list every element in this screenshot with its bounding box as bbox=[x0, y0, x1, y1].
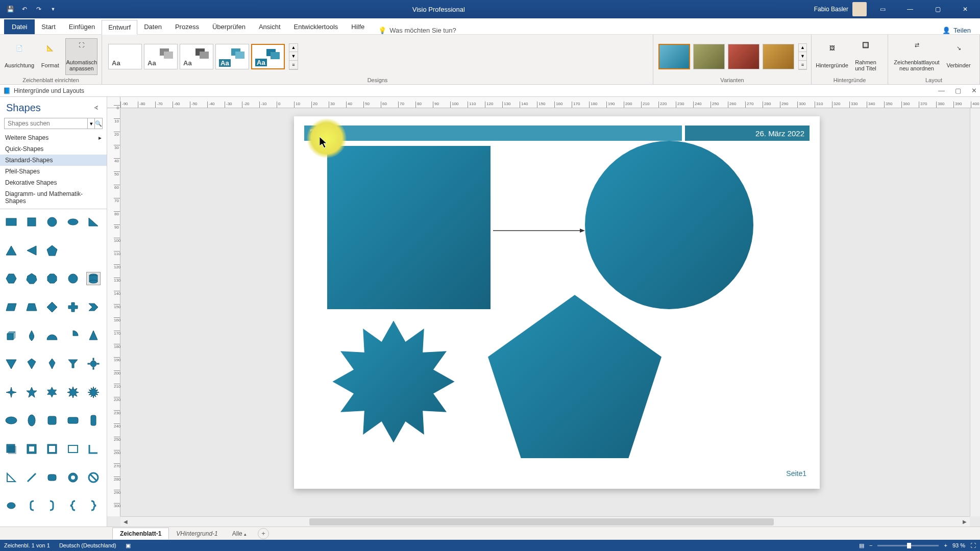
design-gallery-scroll[interactable]: ▲▼≡ bbox=[289, 43, 298, 70]
shape-cylinder[interactable] bbox=[86, 272, 101, 285]
more-shapes[interactable]: Weitere Shapes▸ bbox=[0, 132, 107, 143]
connectors-button[interactable]: ↘Verbinder bbox=[942, 38, 975, 75]
variant-gallery-scroll[interactable]: ▲▼≡ bbox=[798, 43, 807, 70]
macro-record-icon[interactable]: ▣ bbox=[126, 542, 131, 549]
scroll-thumb[interactable] bbox=[309, 518, 774, 525]
shape-pentagon[interactable] bbox=[45, 244, 59, 257]
horizontal-scrollbar[interactable]: ◀ ▶ bbox=[120, 516, 970, 527]
design-theme-5-selected[interactable]: Aa bbox=[251, 44, 285, 69]
shape-gear[interactable] bbox=[86, 357, 101, 370]
zoom-level[interactable]: 93 % bbox=[952, 542, 965, 548]
drawing-page[interactable]: Titel 26. März 2022 bbox=[294, 116, 820, 489]
shape-hexagon[interactable] bbox=[4, 272, 18, 285]
page-tab-1[interactable]: Zeichenblatt-1 bbox=[112, 528, 169, 539]
design-theme-1[interactable]: Aa bbox=[108, 44, 142, 69]
vertical-scrollbar[interactable] bbox=[970, 108, 980, 516]
stencil-quick[interactable]: Quick-Shapes bbox=[0, 143, 107, 155]
shape-rounded-rect[interactable] bbox=[66, 414, 80, 427]
shape-octagon[interactable] bbox=[45, 272, 59, 285]
shape-triangle-left[interactable] bbox=[24, 244, 39, 257]
stencil-diagram-math[interactable]: Diagramm- und Mathematik-Shapes bbox=[0, 188, 107, 207]
shape-rounded-square[interactable] bbox=[45, 414, 59, 427]
shape-brace-right[interactable] bbox=[86, 499, 101, 512]
autofit-button[interactable]: ⛶Automatisch anpassen bbox=[65, 38, 97, 75]
shape-decagon[interactable] bbox=[66, 272, 80, 285]
design-theme-3[interactable]: Aa bbox=[180, 44, 213, 69]
search-icon[interactable]: 🔍 bbox=[94, 118, 102, 129]
shape-heptagon[interactable] bbox=[24, 272, 39, 285]
minimize-button[interactable]: — bbox=[898, 0, 922, 18]
shape-parallelogram[interactable] bbox=[4, 300, 18, 314]
shape-cross[interactable] bbox=[66, 300, 80, 314]
tab-design[interactable]: Entwurf bbox=[102, 20, 137, 35]
page-tab-all[interactable]: Alle ▴ bbox=[225, 528, 254, 539]
add-page-button[interactable]: + bbox=[258, 528, 269, 539]
shape-triangle-down[interactable] bbox=[4, 357, 18, 370]
shape-ellipse[interactable] bbox=[66, 215, 80, 229]
shape-bracket-right[interactable] bbox=[45, 499, 59, 512]
ribbon-options-icon[interactable]: ▭ bbox=[871, 0, 894, 18]
shape-cube[interactable] bbox=[4, 329, 18, 342]
close-button[interactable]: ✕ bbox=[953, 0, 977, 18]
canvas-arrow-connector[interactable] bbox=[493, 228, 585, 228]
shape-pie[interactable] bbox=[66, 329, 80, 342]
subwin-close[interactable]: ✕ bbox=[971, 87, 977, 94]
shape-star4[interactable] bbox=[4, 386, 18, 399]
shape-corner[interactable] bbox=[86, 442, 101, 456]
subwin-minimize[interactable]: — bbox=[938, 87, 945, 94]
page-tab-background[interactable]: VHintergrund-1 bbox=[169, 528, 225, 539]
variant-2[interactable] bbox=[693, 44, 725, 69]
variant-4[interactable] bbox=[763, 44, 794, 69]
undo-icon[interactable]: ↶ bbox=[20, 5, 29, 13]
backgrounds-button[interactable]: 🖼Hintergründe bbox=[816, 38, 848, 75]
scroll-right-icon[interactable]: ▶ bbox=[960, 519, 970, 524]
zoom-out-icon[interactable]: − bbox=[869, 542, 872, 548]
subwin-maximize[interactable]: ▢ bbox=[955, 87, 961, 94]
shape-square[interactable] bbox=[24, 215, 39, 229]
design-theme-4[interactable]: Aa bbox=[215, 44, 249, 69]
shape-oval-tall[interactable] bbox=[24, 414, 39, 427]
shape-l-shape[interactable] bbox=[4, 471, 18, 484]
title-block[interactable]: Titel 26. März 2022 bbox=[304, 126, 810, 141]
stencil-decorative[interactable]: Dekorative Shapes bbox=[0, 177, 107, 188]
canvas-pentagon[interactable] bbox=[488, 295, 662, 458]
shape-arc[interactable] bbox=[45, 329, 59, 342]
canvas-starburst[interactable] bbox=[327, 315, 460, 448]
shape-donut[interactable] bbox=[66, 471, 80, 484]
user-avatar[interactable] bbox=[852, 2, 867, 16]
shape-star8[interactable] bbox=[66, 386, 80, 399]
shape-triangle[interactable] bbox=[4, 244, 18, 257]
shape-outline-rect[interactable] bbox=[66, 442, 80, 456]
shape-right-triangle[interactable] bbox=[86, 215, 101, 229]
qat-dropdown-icon[interactable]: ▼ bbox=[49, 5, 57, 13]
shape-circle[interactable] bbox=[45, 215, 59, 229]
format-button[interactable]: 📐Format bbox=[36, 38, 64, 75]
relayout-button[interactable]: ⇄Zeichenblattlayout neu anordnen bbox=[892, 38, 941, 75]
variant-3[interactable] bbox=[728, 44, 760, 69]
shape-kite[interactable] bbox=[45, 357, 59, 370]
tab-data[interactable]: Daten bbox=[137, 19, 168, 34]
canvas-circle[interactable] bbox=[585, 141, 753, 309]
collapse-panel-icon[interactable]: ∢ bbox=[92, 105, 101, 111]
scroll-left-icon[interactable]: ◀ bbox=[120, 519, 131, 524]
shape-frame[interactable] bbox=[24, 442, 39, 456]
shape-oval-wide[interactable] bbox=[4, 414, 18, 427]
zoom-slider[interactable] bbox=[877, 545, 939, 546]
shape-line[interactable] bbox=[24, 471, 39, 484]
maximize-button[interactable]: ▢ bbox=[926, 0, 949, 18]
shape-star5[interactable] bbox=[24, 386, 39, 399]
shape-no-symbol[interactable] bbox=[86, 471, 101, 484]
shape-star6[interactable] bbox=[45, 386, 59, 399]
search-dropdown-icon[interactable]: ▾ bbox=[87, 118, 94, 129]
tab-start[interactable]: Start bbox=[35, 19, 62, 34]
user-name[interactable]: Fabio Basler bbox=[814, 6, 848, 13]
shape-bracket-left[interactable] bbox=[24, 499, 39, 512]
shape-brace-left[interactable] bbox=[66, 499, 80, 512]
shape-rounded-tall[interactable] bbox=[86, 414, 101, 427]
orientation-button[interactable]: 📄Ausrichtung bbox=[4, 38, 35, 75]
tab-view[interactable]: Ansicht bbox=[252, 19, 287, 34]
shape-diamond[interactable] bbox=[45, 300, 59, 314]
status-language[interactable]: Deutsch (Deutschland) bbox=[59, 542, 116, 548]
tab-file[interactable]: Datei bbox=[4, 19, 35, 34]
canvas-rectangle[interactable] bbox=[327, 146, 491, 309]
